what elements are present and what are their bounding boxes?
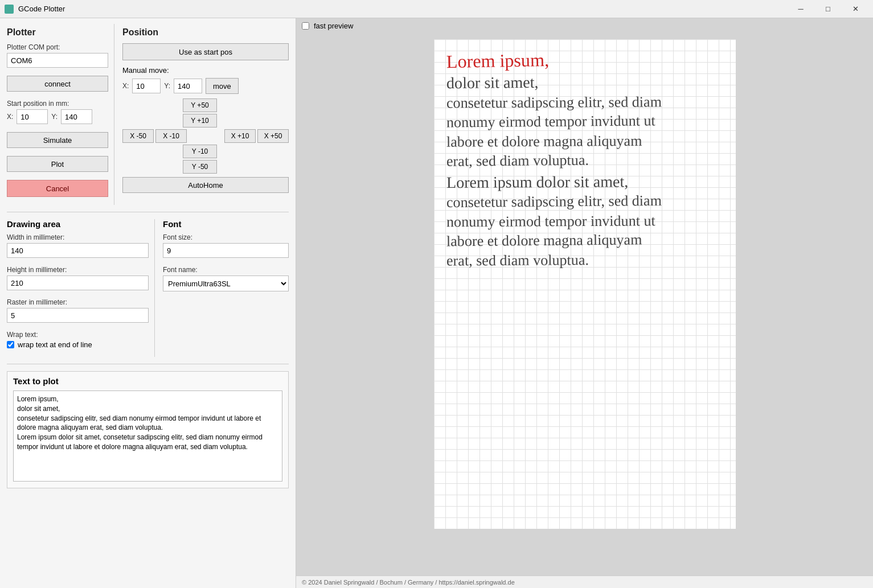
jog-y-minus50-button[interactable]: Y -50 [183, 160, 217, 174]
move-button[interactable]: move [206, 78, 239, 94]
fast-preview-checkbox[interactable] [302, 22, 309, 30]
maximize-button[interactable]: □ [815, 0, 841, 18]
raster-input[interactable] [7, 308, 149, 323]
window-title: GCode Plotter [18, 5, 783, 13]
jog-x-minus50-button[interactable]: X -50 [122, 129, 154, 143]
com-port-input[interactable] [7, 53, 108, 68]
position-title: Position [122, 27, 289, 38]
jog-row-3: X -50 X -10 X +10 X +50 [122, 129, 289, 143]
height-group: Height in millimeter: [7, 266, 149, 290]
cancel-button[interactable]: Cancel [7, 180, 108, 197]
paper: Lorem ipsum, dolor sit amet, consetetur … [434, 39, 736, 529]
jog-container: Y +50 Y +10 X -50 X -10 X +10 X +50 [122, 98, 289, 174]
jog-row-5: Y -50 [122, 160, 217, 174]
width-input[interactable] [7, 243, 149, 258]
position-section: Position Use as start pos Manual move: X… [114, 24, 289, 205]
wrap-checkbox-row: wrap text at end of line [7, 340, 149, 349]
raster-group: Raster in millimeter: [7, 298, 149, 323]
jog-y-plus50-button[interactable]: Y +50 [183, 98, 217, 112]
main-container: Plotter Plotter COM port: connect Start … [0, 18, 873, 588]
right-panel: fast preview Lorem ipsum, dolor sit amet… [296, 18, 873, 588]
start-pos-label: Start position in mm: [7, 100, 108, 108]
title-bar: GCode Plotter ─ □ ✕ [0, 0, 873, 18]
wrap-checkbox-label: wrap text at end of line [18, 340, 92, 349]
svg-text:erat, sed diam voluptua.: erat, sed diam voluptua. [446, 152, 588, 170]
footer-text: © 2024 Daniel Springwald / Bochum / Germ… [302, 579, 515, 586]
plot-group: Plot [7, 156, 108, 172]
width-label: Width in millimeter: [7, 233, 149, 241]
handwritten-text: Lorem ipsum, dolor sit amet, consetetur … [442, 47, 728, 318]
font-name-select[interactable]: PremiumUltra63SL Arial Courier [163, 276, 289, 291]
left-panel: Plotter Plotter COM port: connect Start … [0, 18, 296, 588]
drawing-area-title: Drawing area [7, 219, 149, 229]
preview-area: Lorem ipsum, dolor sit amet, consetetur … [296, 34, 873, 575]
connect-group: connect [7, 76, 108, 92]
svg-text:nonumy eirmod tempor invidunt : nonumy eirmod tempor invidunt ut [446, 112, 655, 130]
jog-row-2: Y +10 [122, 114, 217, 128]
autohome-button[interactable]: AutoHome [122, 177, 289, 193]
font-name-group: Font name: PremiumUltra63SL Arial Courie… [163, 266, 289, 291]
start-y-input[interactable] [61, 109, 92, 124]
height-label: Height in millimeter: [7, 266, 149, 274]
start-xy-row: X: Y: [7, 109, 108, 124]
jog-row-4: Y -10 [122, 145, 217, 158]
text-to-plot-section: Text to plot Lorem ipsum, dolor sit amet… [7, 371, 289, 488]
connect-button[interactable]: connect [7, 76, 108, 92]
font-size-label: Font size: [163, 233, 289, 241]
simulate-button[interactable]: Simulate [7, 132, 108, 148]
svg-text:dolor sit amet,: dolor sit amet, [446, 73, 538, 92]
preview-toolbar: fast preview [296, 18, 873, 34]
raster-label: Raster in millimeter: [7, 298, 149, 306]
start-x-input[interactable] [17, 109, 48, 124]
jog-x-minus10-button[interactable]: X -10 [155, 129, 187, 143]
plotter-title: Plotter [7, 27, 108, 38]
font-name-label: Font name: [163, 266, 289, 274]
drawing-font-sections: Drawing area Width in millimeter: Height… [7, 219, 289, 357]
font-size-group: Font size: [163, 233, 289, 258]
cancel-group: Cancel [7, 180, 108, 197]
jog-x-plus50-button[interactable]: X +50 [257, 129, 289, 143]
manual-move-inputs: X: Y: move [122, 78, 289, 94]
manual-move-label: Manual move: [122, 66, 169, 75]
svg-text:nonumy eirmod tempor invidunt : nonumy eirmod tempor invidunt ut [446, 212, 655, 230]
font-title: Font [163, 219, 289, 229]
use-start-pos-button[interactable]: Use as start pos [122, 43, 289, 60]
font-size-input[interactable] [163, 243, 289, 258]
wrap-text-label: Wrap text: [7, 331, 149, 339]
start-x-label: X: [7, 113, 13, 121]
com-port-label: Plotter COM port: [7, 43, 108, 51]
close-button[interactable]: ✕ [842, 0, 868, 18]
svg-text:labore et dolore magna aliquya: labore et dolore magna aliquyam [446, 231, 642, 249]
svg-text:erat, sed diam voluptua.: erat, sed diam voluptua. [446, 252, 588, 269]
move-y-label: Y: [164, 82, 170, 90]
divider-1 [7, 212, 289, 212]
jog-x-plus10-button[interactable]: X +10 [224, 129, 256, 143]
jog-row-1: Y +50 [122, 98, 217, 112]
width-group: Width in millimeter: [7, 233, 149, 258]
move-y-input[interactable] [174, 79, 202, 93]
svg-text:Lorem ipsum,: Lorem ipsum, [446, 50, 549, 72]
divider-2 [7, 364, 289, 364]
plot-button[interactable]: Plot [7, 156, 108, 172]
svg-text:consetetur sadipscing elitr, s: consetetur sadipscing elitr, sed diam [446, 192, 661, 211]
text-to-plot-input[interactable]: Lorem ipsum, dolor sit amet, consetetur … [13, 390, 282, 482]
wrap-checkbox[interactable] [7, 341, 14, 348]
move-x-input[interactable] [132, 79, 161, 93]
manual-move-label-row: Manual move: [122, 66, 289, 75]
jog-y-minus10-button[interactable]: Y -10 [183, 145, 217, 158]
font-section: Font Font size: Font name: PremiumUltra6… [155, 219, 289, 357]
top-sections: Plotter Plotter COM port: connect Start … [7, 24, 289, 205]
jog-y-plus10-button[interactable]: Y +10 [183, 114, 217, 128]
svg-text:Lorem ipsum dolor sit amet,: Lorem ipsum dolor sit amet, [446, 172, 628, 191]
wrap-group: Wrap text: wrap text at end of line [7, 331, 149, 349]
com-port-group: Plotter COM port: [7, 43, 108, 68]
fast-preview-label: fast preview [314, 22, 353, 30]
minimize-button[interactable]: ─ [788, 0, 814, 18]
footer-bar: © 2024 Daniel Springwald / Bochum / Germ… [296, 575, 873, 588]
start-pos-group: Start position in mm: X: Y: [7, 100, 108, 124]
height-input[interactable] [7, 276, 149, 290]
app-icon [5, 5, 14, 14]
start-y-label: Y: [51, 113, 58, 121]
svg-text:consetetur sadipscing elitr, s: consetetur sadipscing elitr, sed diam [446, 93, 661, 111]
text-to-plot-title: Text to plot [13, 376, 282, 386]
